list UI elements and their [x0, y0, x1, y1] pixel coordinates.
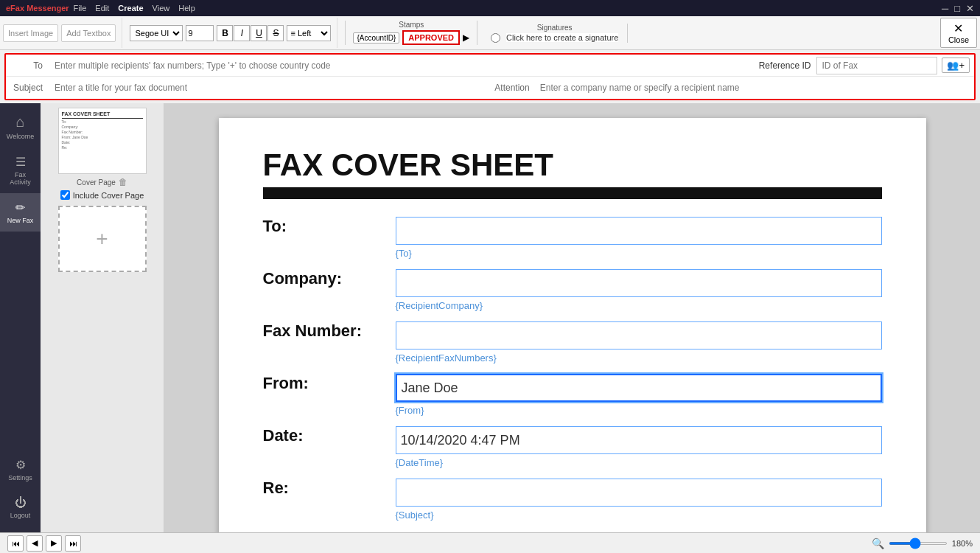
company-field-note: {RecipientCompany}	[396, 300, 882, 311]
settings-icon: ⚙	[15, 458, 26, 472]
date-field-box[interactable]: 10/14/2020 4:47 PM	[396, 426, 882, 454]
re-field-box[interactable]	[396, 479, 882, 507]
from-field-label: From:	[263, 374, 396, 393]
fax-number-field-box[interactable]	[396, 321, 882, 349]
nav-buttons: ⏮ ◀ ▶ ⏭	[7, 535, 81, 552]
sidebar-welcome-label: Welcome	[7, 133, 34, 140]
zoom-control: 🔍 180%	[872, 538, 973, 549]
to-field-row: To:	[263, 217, 882, 245]
include-cover-checkbox[interactable]	[60, 190, 70, 200]
include-cover-label: Include Cover Page	[73, 191, 144, 200]
company-field-box[interactable]	[396, 269, 882, 297]
menu-file[interactable]: File	[74, 4, 87, 13]
sidebar-settings-label: Settings	[8, 474, 32, 481]
from-field-note: {From}	[396, 405, 882, 416]
add-page-btn[interactable]: +	[58, 206, 147, 272]
insert-section: Insert Image Add Textbox	[3, 18, 122, 48]
zoom-slider[interactable]	[889, 542, 948, 545]
sidebar-item-logout[interactable]: ⏻ Logout	[4, 489, 37, 526]
align-select[interactable]: ≡ Left	[287, 25, 331, 41]
to-field-box[interactable]	[396, 217, 882, 245]
menu-help[interactable]: Help	[178, 4, 195, 13]
underline-btn[interactable]: U	[251, 25, 267, 41]
zoom-label: 180%	[952, 539, 973, 548]
document-page: FAX COVER SHEET To: {To} Company: {Recip…	[219, 118, 926, 532]
close-section: ✕ Close	[940, 18, 977, 48]
window-controls: ─ □ ✕	[942, 3, 974, 14]
ref-id-label: Reference ID	[753, 60, 817, 71]
menu-edit[interactable]: Edit	[95, 4, 109, 13]
add-textbox-btn[interactable]: Add Textbox	[61, 24, 116, 42]
close-toolbar-btn[interactable]: ✕ Close	[940, 18, 977, 48]
sidebar-fax-activity-label: Fax Activity	[4, 171, 36, 186]
format-buttons: B I U S	[217, 25, 284, 41]
italic-btn[interactable]: I	[234, 25, 250, 41]
titlebar-left: eFax Messenger File Edit Create View Hel…	[6, 4, 195, 13]
ref-id-input[interactable]	[816, 57, 937, 74]
close-x-icon: ✕	[953, 21, 963, 35]
strikethrough-btn[interactable]: S	[267, 25, 284, 41]
delete-cover-page-btn[interactable]: 🗑	[119, 177, 127, 187]
stamps-label: Stamps	[399, 21, 424, 29]
nav-first-btn[interactable]: ⏮	[7, 535, 24, 552]
app-logo: eFax Messenger	[6, 4, 69, 13]
nav-prev-btn[interactable]: ◀	[27, 535, 43, 552]
subject-input[interactable]	[50, 80, 489, 96]
nav-last-btn[interactable]: ⏭	[65, 535, 81, 552]
re-field-label: Re:	[263, 479, 396, 498]
fax-number-field-label: Fax Number:	[263, 321, 396, 341]
cover-page-thumb: FAX COVER SHEET To: Company: Fax Number:…	[58, 108, 147, 174]
attention-input[interactable]	[536, 80, 974, 96]
sidebar-item-fax-activity[interactable]: ☰ Fax Activity	[0, 147, 41, 193]
sidebar-item-new-fax[interactable]: ✏ New Fax	[0, 193, 41, 232]
to-input[interactable]	[50, 58, 753, 74]
add-page-icon: +	[96, 227, 108, 251]
to-field-note: {To}	[396, 248, 882, 259]
from-field-box[interactable]: Jane Doe	[396, 374, 882, 402]
logout-icon: ⏻	[15, 496, 27, 509]
add-contact-btn[interactable]: 👥+	[942, 58, 970, 73]
insert-image-btn[interactable]: Insert Image	[3, 24, 58, 42]
sig-create-btn[interactable]: Click here to create a signature	[506, 33, 618, 42]
menu-view[interactable]: View	[153, 4, 170, 13]
sig-radio[interactable]	[491, 33, 500, 43]
company-field-row: Company:	[263, 269, 882, 297]
add-page-container: +	[45, 206, 159, 272]
signatures-label: Signatures	[537, 24, 573, 32]
menu-create[interactable]: Create	[118, 4, 143, 13]
fax-number-field-note: {RecipientFaxNumbers}	[396, 352, 882, 364]
date-field-row: Date: 10/14/2020 4:47 PM	[263, 426, 882, 454]
close-window-btn[interactable]: ✕	[966, 3, 974, 14]
attention-label: Attention	[489, 83, 535, 93]
stamp-arrow-btn[interactable]: ▶	[463, 32, 469, 43]
font-family-select[interactable]: Segoe UI	[130, 25, 183, 41]
company-field-label: Company:	[263, 269, 396, 288]
re-field-row: Re:	[263, 479, 882, 507]
pages-panel: FAX COVER SHEET To: Company: Fax Number:…	[41, 103, 164, 532]
sidebar-item-settings[interactable]: ⚙ Settings	[4, 451, 37, 489]
thumb-title: FAX COVER SHEET	[62, 111, 143, 116]
stamps-section: Stamps {AccountID} APPROVED ▶	[345, 21, 477, 45]
fax-divider	[263, 187, 882, 199]
toolbar: Insert Image Add Textbox Segoe UI B I U …	[0, 16, 980, 50]
bold-btn[interactable]: B	[217, 25, 233, 41]
approved-btn[interactable]: APPROVED	[402, 30, 460, 45]
document-area: FAX COVER SHEET To: {To} Company: {Recip…	[164, 103, 980, 532]
to-label: To	[6, 58, 50, 74]
new-fax-icon: ✏	[15, 201, 25, 215]
minimize-btn[interactable]: ─	[942, 3, 948, 14]
thumb-line	[62, 118, 143, 119]
from-field-value: Jane Doe	[402, 380, 458, 396]
main-area: ⌂ Welcome ☰ Fax Activity ✏ New Fax ⚙ Set…	[0, 103, 980, 532]
maximize-btn[interactable]: □	[954, 3, 960, 14]
re-field-note: {Subject}	[396, 509, 882, 521]
sidebar-item-welcome[interactable]: ⌂ Welcome	[0, 106, 41, 147]
sidebar-new-fax-label: New Fax	[7, 217, 34, 224]
fax-number-field-row: Fax Number:	[263, 321, 882, 349]
account-id-btn[interactable]: {AccountID}	[353, 32, 399, 44]
date-field-label: Date:	[263, 426, 396, 445]
font-size-input[interactable]	[186, 25, 214, 41]
bottom-bar: ⏮ ◀ ▶ ⏭ 🔍 180%	[0, 532, 980, 553]
cover-page-label: Cover Page 🗑	[77, 177, 127, 187]
nav-next-btn[interactable]: ▶	[46, 535, 62, 552]
